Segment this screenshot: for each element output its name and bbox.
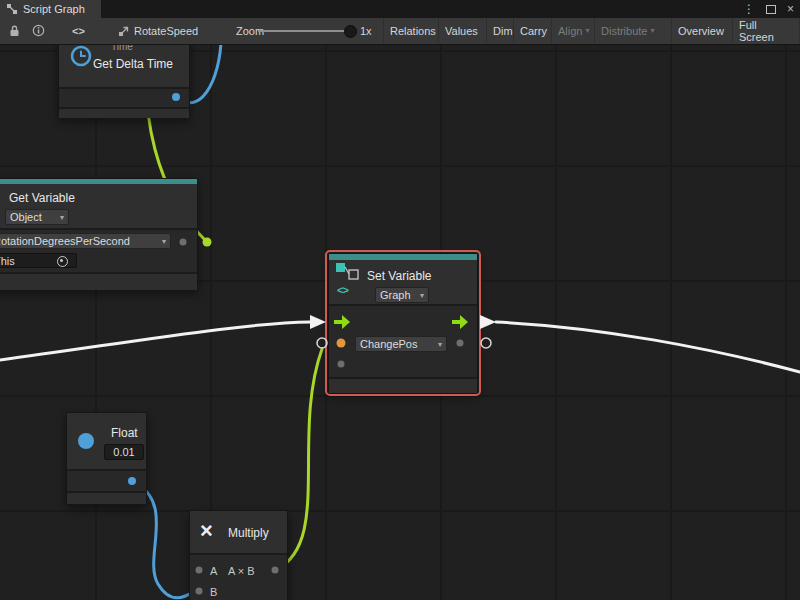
relations-button[interactable]: Relations <box>383 18 442 43</box>
node-title: Multiply <box>228 526 269 540</box>
zoom-slider-handle[interactable] <box>344 25 357 38</box>
code-icon: <> <box>337 284 348 296</box>
graph-asset-label: RotateSpeed <box>134 25 198 37</box>
node-float[interactable]: Float 0.01 <box>66 412 147 505</box>
zoom-slider-track[interactable] <box>258 30 352 32</box>
node-header: Time Get Delta Time <box>59 44 189 87</box>
dropdown-value: RotationDegreesPerSecond <box>0 235 130 247</box>
code-icon: <> <box>72 25 85 37</box>
maximize-icon[interactable] <box>766 5 776 14</box>
button-label: Align <box>558 25 582 37</box>
node-header: Float 0.01 <box>67 413 146 469</box>
tab-label: Script Graph <box>23 3 85 15</box>
values-button[interactable]: Values <box>438 18 484 43</box>
graph-asset-icon <box>118 25 130 37</box>
node-header: Get Variable Object ▾ <box>0 184 197 228</box>
dropdown-value: Object <box>10 211 42 223</box>
edit-graph-button[interactable]: <> <box>66 18 91 43</box>
input-a-label: A <box>210 565 217 577</box>
chevron-down-icon: ▾ <box>414 291 424 300</box>
node-title: Get Variable <box>9 191 75 205</box>
variable-name-dropdown[interactable]: ChangePos ▾ <box>355 336 447 352</box>
window-controls: ⋮ × <box>743 0 794 18</box>
input-b-label: B <box>210 586 217 598</box>
node-title: Set Variable <box>367 269 431 283</box>
distribute-button: Distribute▾ <box>594 18 660 43</box>
close-icon[interactable]: × <box>787 2 794 16</box>
node-port-row <box>59 89 189 107</box>
node-set-variable[interactable]: <> Set Variable Graph ▾ ChangePos ▾ <box>328 253 478 393</box>
variable-nodes-icon <box>335 262 361 282</box>
node-header: × Multiply <box>190 511 287 553</box>
flow-wire-in[interactable] <box>0 322 310 360</box>
button-label: Relations <box>390 25 436 37</box>
button-label: Dim <box>493 25 513 37</box>
graph-asset: RotateSpeed <box>118 18 198 43</box>
chevron-down-icon: ▾ <box>650 26 654 35</box>
node-port-rows: A A × B B <box>190 555 287 600</box>
clock-icon <box>69 44 93 68</box>
button-label: Full Screen <box>739 19 793 43</box>
field-value: 0.01 <box>113 446 134 458</box>
node-footer <box>59 109 189 118</box>
dropdown-value: ChangePos <box>360 338 418 350</box>
node-get-delta-time[interactable]: Time Get Delta Time <box>58 44 190 118</box>
node-footer <box>0 274 197 290</box>
button-label: Distribute <box>601 25 647 37</box>
node-footer <box>67 493 146 504</box>
graph-toolbar: <> RotateSpeed Zoom 1x Relations Values … <box>0 18 800 45</box>
tab-script-graph[interactable]: Script Graph <box>0 0 101 18</box>
button-label: Overview <box>678 25 724 37</box>
chevron-down-icon: ▾ <box>585 26 589 35</box>
output-label: A × B <box>228 565 255 577</box>
node-port-row <box>67 471 146 491</box>
lock-icon <box>8 24 21 37</box>
node-get-variable[interactable]: Get Variable Object ▾ RotationDegreesPer… <box>0 178 198 290</box>
chevron-down-icon: ▾ <box>432 340 442 349</box>
graph-canvas[interactable]: Time Get Delta Time Get Variable Object … <box>0 44 800 600</box>
chevron-down-icon: ▾ <box>156 237 166 246</box>
float-type-icon <box>78 433 94 449</box>
menu-icon[interactable]: ⋮ <box>743 2 755 16</box>
target-object-field[interactable]: This <box>0 253 77 268</box>
variable-scope-dropdown[interactable]: Graph ▾ <box>375 287 429 303</box>
node-header: <> Set Variable Graph ▾ <box>329 260 477 304</box>
button-label: Values <box>445 25 478 37</box>
multiply-icon: × <box>200 520 213 542</box>
node-port-rows: ChangePos ▾ <box>329 306 477 377</box>
chevron-down-icon: ▾ <box>54 213 64 222</box>
full-screen-button[interactable]: Full Screen <box>732 18 800 43</box>
tab-bar: Script Graph ⋮ × <box>0 0 800 18</box>
flow-wire-out[interactable] <box>496 322 800 372</box>
button-label: Carry <box>520 25 547 37</box>
script-graph-icon <box>6 3 18 15</box>
node-title: Get Delta Time <box>93 57 173 71</box>
node-multiply[interactable]: × Multiply A A × B B <box>189 510 288 600</box>
overview-button[interactable]: Overview <box>671 18 730 43</box>
node-footer <box>329 379 477 393</box>
zoom-value: 1x <box>360 18 372 43</box>
info-button[interactable] <box>26 18 51 43</box>
carry-button[interactable]: Carry <box>513 18 553 43</box>
dropdown-value: Graph <box>380 289 411 301</box>
object-picker-icon[interactable] <box>57 256 68 267</box>
node-category: Time <box>111 44 133 52</box>
lock-button[interactable] <box>2 18 27 43</box>
node-port-rows: RotationDegreesPerSecond ▾ This <box>0 230 197 272</box>
align-button: Align▾ <box>551 18 595 43</box>
info-icon <box>32 24 45 37</box>
variable-name-dropdown[interactable]: RotationDegreesPerSecond ▾ <box>0 233 171 249</box>
node-title: Float <box>111 426 138 440</box>
float-value-field[interactable]: 0.01 <box>104 444 144 460</box>
field-value: This <box>0 255 15 267</box>
variable-scope-dropdown[interactable]: Object ▾ <box>5 209 69 225</box>
